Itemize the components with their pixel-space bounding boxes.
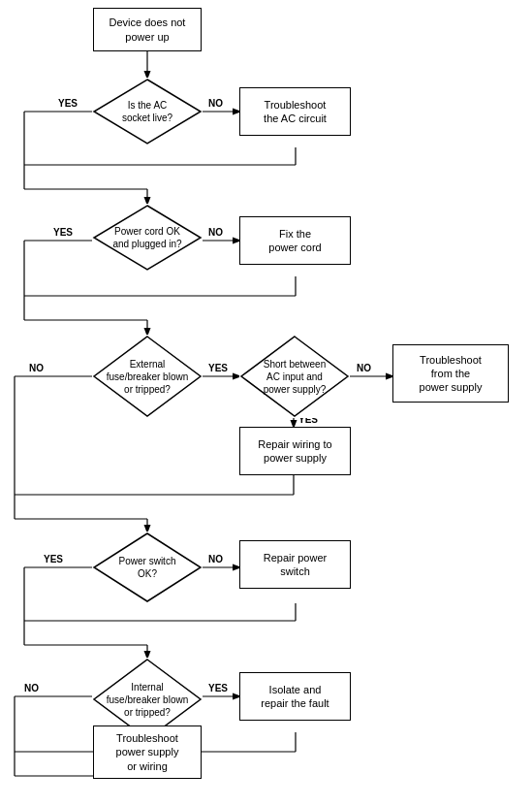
svg-text:NO: NO <box>208 227 223 238</box>
r2-label: Fix the power cord <box>268 227 321 255</box>
r3-node: Troubleshoot from the power supply <box>392 344 509 403</box>
r4-node: Repair wiring to power supply <box>239 427 351 475</box>
r6-label: Isolate and repair the fault <box>261 683 329 711</box>
d5-label: Power switch OK? <box>119 555 176 580</box>
d6-label: Internal fuse/breaker blown or tripped? <box>107 681 189 719</box>
d4-label: Short between AC input and power supply? <box>264 358 327 396</box>
d1-label: Is the AC socket live? <box>122 99 172 124</box>
r1-node: Troubleshoot the AC circuit <box>239 87 351 136</box>
start-label: Device does not power up <box>110 16 186 44</box>
r3-label: Troubleshoot from the power supply <box>420 353 483 395</box>
r2-node: Fix the power cord <box>239 216 351 265</box>
svg-text:NO: NO <box>208 554 223 564</box>
svg-text:YES: YES <box>208 363 228 373</box>
d1-node: Is the AC socket live? <box>92 78 203 145</box>
end-label: Troubleshoot power supply or wiring <box>116 731 179 773</box>
start-node: Device does not power up <box>93 8 202 51</box>
d3-node: External fuse/breaker blown or tripped? <box>92 335 203 418</box>
end-node: Troubleshoot power supply or wiring <box>93 725 202 779</box>
d3-label: External fuse/breaker blown or tripped? <box>107 358 189 396</box>
d4-node: Short between AC input and power supply? <box>239 335 350 418</box>
d5-node: Power switch OK? <box>92 532 203 603</box>
r5-node: Repair power switch <box>239 540 351 589</box>
svg-text:NO: NO <box>24 683 39 693</box>
r6-node: Isolate and repair the fault <box>239 672 351 721</box>
svg-text:YES: YES <box>53 227 73 238</box>
d2-node: Power cord OK and plugged in? <box>92 204 203 272</box>
r1-label: Troubleshoot the AC circuit <box>264 98 327 126</box>
svg-text:YES: YES <box>44 554 63 564</box>
r4-label: Repair wiring to power supply <box>258 437 331 466</box>
svg-text:YES: YES <box>58 98 78 109</box>
svg-text:YES: YES <box>208 683 228 693</box>
svg-text:NO: NO <box>208 98 223 109</box>
svg-text:NO: NO <box>357 363 371 373</box>
d2-label: Power cord OK and plugged in? <box>112 225 181 250</box>
r5-label: Repair power switch <box>264 551 327 579</box>
svg-text:NO: NO <box>29 363 44 373</box>
